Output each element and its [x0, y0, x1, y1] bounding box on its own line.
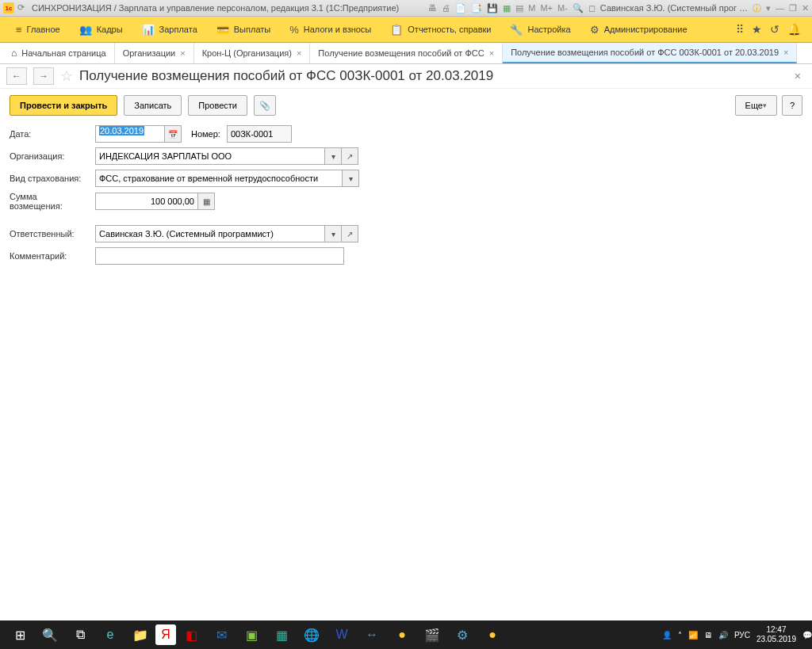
yandex-icon[interactable]: Я	[155, 624, 176, 645]
bell-icon[interactable]: 🔔	[787, 23, 801, 36]
search-button[interactable]: 🔍	[35, 623, 65, 647]
tray-date: 23.05.2019	[756, 635, 796, 644]
tab-home[interactable]: ⌂Начальная страница	[3, 43, 115, 63]
close-icon[interactable]: ×	[297, 48, 301, 58]
menu-zarplata-label: Зарплата	[159, 25, 197, 34]
outlook-icon[interactable]: ✉	[206, 623, 236, 647]
action-bar: Провести и закрыть Записать Провести 📎 Е…	[0, 89, 812, 122]
app5-icon[interactable]: ⚙	[447, 623, 477, 647]
printer-icon[interactable]: 🖨	[442, 3, 450, 13]
menu-main[interactable]: ≡Главное	[6, 17, 70, 42]
m-button[interactable]: M	[528, 3, 535, 13]
taskview-button[interactable]: ⧉	[65, 623, 95, 647]
favorite-star-icon[interactable]: ☆	[60, 67, 73, 85]
responsible-dropdown-button[interactable]: ▾	[325, 225, 342, 242]
menu-admin[interactable]: ⚙Администрирование	[580, 17, 697, 42]
post-and-close-button[interactable]: Провести и закрыть	[10, 95, 117, 116]
tab-kron[interactable]: Крон-Ц (Организация)×	[194, 43, 311, 63]
tray-up-icon[interactable]: ˄	[678, 631, 682, 639]
calculator-button[interactable]: ▦	[198, 193, 215, 210]
app6-icon[interactable]: ●	[477, 623, 508, 647]
teamviewer-icon[interactable]: ↔	[357, 623, 387, 647]
tray-time: 12:47	[766, 625, 786, 635]
dropdown-icon[interactable]: ▾	[766, 3, 771, 13]
info-icon[interactable]: ⓘ	[753, 2, 761, 14]
menu-otchet[interactable]: 📋Отчетность, справки	[381, 17, 500, 42]
attach-button[interactable]: 📎	[254, 95, 276, 116]
chrome-icon[interactable]: 🌐	[297, 623, 327, 647]
nav-back-button[interactable]: ←	[6, 67, 27, 85]
insurance-dropdown-button[interactable]: ▾	[343, 170, 359, 187]
word-icon[interactable]: W	[327, 623, 357, 647]
save-icon[interactable]: 💾	[487, 3, 498, 13]
tray-lang[interactable]: РУС	[734, 631, 750, 639]
maximize-icon[interactable]: ❐	[789, 3, 797, 13]
doc-icon[interactable]: 📄	[455, 3, 466, 13]
close-icon[interactable]: ×	[180, 48, 185, 58]
organization-input[interactable]	[95, 147, 325, 165]
edge-icon[interactable]: e	[95, 623, 125, 647]
app3-icon[interactable]: ▦	[266, 623, 297, 647]
number-label: Номер:	[191, 129, 220, 139]
print-icon[interactable]: 🖶	[428, 3, 437, 13]
help-button[interactable]: ?	[782, 95, 802, 116]
main-menu: ≡Главное 👥Кадры 📊Зарплата 💳Выплаты %Нало…	[0, 17, 812, 43]
menu-nalogi[interactable]: %Налоги и взносы	[280, 17, 381, 42]
close-icon[interactable]: ×	[783, 48, 788, 57]
search-icon[interactable]: 🔍	[573, 3, 584, 13]
menu-vyplaty[interactable]: 💳Выплаты	[207, 17, 280, 42]
app4-icon[interactable]: 🎬	[417, 623, 447, 647]
home-icon: ⌂	[11, 48, 17, 59]
close-window-icon[interactable]: ✕	[802, 3, 809, 13]
org-open-button[interactable]: ↗	[342, 147, 358, 165]
tab-fss-doc[interactable]: Получение возмещения пособий от ФСС 00ЗК…	[503, 43, 797, 63]
app-icon[interactable]: ◧	[176, 623, 206, 647]
1c-icon[interactable]: ●	[387, 623, 417, 647]
date-picker-button[interactable]: 📅	[165, 125, 182, 143]
copy-icon[interactable]: 📑	[471, 3, 482, 13]
tab-organizations[interactable]: Организации×	[115, 43, 194, 63]
sum-input[interactable]	[95, 193, 198, 210]
tray-network-icon[interactable]: 📶	[688, 631, 698, 639]
tray-clock[interactable]: 12:47 23.05.2019	[756, 625, 796, 644]
responsible-open-button[interactable]: ↗	[342, 225, 358, 242]
tab-fss-list[interactable]: Получение возмещения пособий от ФСС×	[310, 43, 503, 63]
calc-icon[interactable]: ▤	[515, 3, 523, 13]
calendar-icon[interactable]: ▦	[503, 3, 511, 13]
window-titlebar: 1c ⟳ СИНХРОНИЗАЦИЯ / Зарплата и управлен…	[0, 0, 812, 17]
nav-forward-button[interactable]: →	[33, 67, 54, 85]
more-button[interactable]: Еще	[735, 95, 777, 116]
close-page-button[interactable]: ×	[790, 70, 806, 82]
save-button[interactable]: Записать	[124, 95, 182, 116]
comment-input[interactable]	[95, 247, 344, 265]
apps-icon[interactable]: ⠿	[736, 23, 744, 36]
responsible-input[interactable]	[95, 225, 325, 242]
menu-zarplata[interactable]: 📊Зарплата	[132, 17, 207, 42]
close-icon[interactable]: ×	[489, 48, 494, 58]
menu-nastroika[interactable]: 🔧Настройка	[500, 17, 580, 42]
history-icon[interactable]: ↺	[770, 23, 779, 36]
number-input[interactable]	[227, 125, 292, 143]
date-input[interactable]: 20.03.2019	[95, 125, 165, 143]
windows-taskbar: ⊞ 🔍 ⧉ e 📁 Я ◧ ✉ ▣ ▦ 🌐 W ↔ ● 🎬 ⚙ ● 👤 ˄ 📶 …	[0, 620, 812, 649]
app2-icon[interactable]: ▣	[236, 623, 266, 647]
comment-label: Комментарий:	[10, 251, 89, 261]
system-tray[interactable]: 👤 ˄ 📶 🖥 🔊 РУС 12:47 23.05.2019 💬	[662, 625, 812, 644]
mminus-button[interactable]: M-	[557, 3, 568, 13]
tray-volume-icon[interactable]: 🔊	[718, 631, 728, 639]
menu-kadry[interactable]: 👥Кадры	[70, 17, 132, 42]
tray-monitor-icon[interactable]: 🖥	[704, 631, 712, 639]
explorer-icon[interactable]: 📁	[125, 623, 155, 647]
window-icon[interactable]: ◻	[588, 3, 596, 13]
org-dropdown-button[interactable]: ▾	[325, 147, 342, 165]
current-user[interactable]: Савинская З.Ю. (Системный прог …	[600, 3, 748, 13]
insurance-input[interactable]	[95, 170, 343, 187]
post-button[interactable]: Провести	[188, 95, 247, 116]
mplus-button[interactable]: M+	[540, 3, 553, 13]
menu-otchet-label: Отчетность, справки	[408, 25, 491, 34]
tray-person-icon[interactable]: 👤	[662, 631, 672, 639]
tray-notifications-icon[interactable]: 💬	[802, 631, 812, 639]
minimize-icon[interactable]: —	[776, 3, 784, 13]
star-icon[interactable]: ★	[752, 23, 762, 36]
start-button[interactable]: ⊞	[5, 623, 35, 647]
